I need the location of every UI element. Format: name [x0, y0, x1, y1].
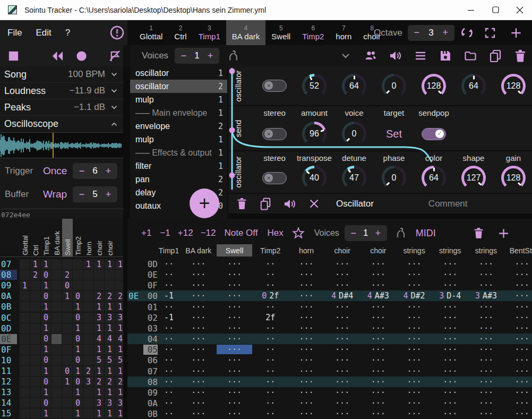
note-cell[interactable]: ··· — [468, 323, 504, 333]
pattern-cell[interactable]: 1 — [62, 377, 72, 387]
pattern-col-header-choir[interactable]: choir — [94, 219, 105, 256]
buffer-stepper-plus[interactable]: + — [105, 189, 112, 200]
toggle-stereo[interactable]: × — [262, 80, 287, 92]
note-cell[interactable]: ··· — [181, 270, 217, 279]
pattern-cell[interactable] — [52, 291, 62, 301]
pattern-cell[interactable]: 0 — [41, 334, 51, 344]
note-cell[interactable]: ··· — [504, 345, 532, 354]
pattern-cell[interactable] — [52, 313, 62, 323]
pattern-cell[interactable]: 1 — [94, 323, 104, 334]
toggle-stereo[interactable]: × — [262, 172, 287, 184]
note-cell[interactable]: ··· — [432, 345, 468, 354]
tab-ba-dark[interactable]: 4BA dark — [226, 20, 266, 45]
unit-comment-field[interactable]: Comment — [428, 199, 468, 209]
note-cell[interactable]: ·· — [157, 398, 181, 408]
note-cell[interactable]: ··· — [468, 377, 504, 387]
pattern-cell[interactable]: 2 — [62, 270, 72, 280]
note-cell[interactable]: ··· — [396, 313, 432, 322]
pattern-cell[interactable] — [30, 377, 40, 387]
unit-list-item-6[interactable]: ––– Effects & output1 — [130, 146, 227, 159]
knob-param6[interactable]: 128 — [501, 74, 526, 98]
note-cell[interactable]: ··· — [432, 323, 468, 333]
note-cell[interactable]: ·· — [157, 302, 181, 312]
note-cell[interactable]: ··· — [181, 334, 217, 344]
note-cell[interactable]: ·· — [252, 377, 288, 387]
note-cell[interactable]: ··· — [361, 388, 397, 397]
note-cell[interactable]: ·· — [252, 409, 288, 418]
pattern-cell[interactable]: 5 — [105, 355, 115, 365]
note-cell[interactable]: ··· — [217, 302, 253, 312]
unit-strip-oscillator-1[interactable]: oscillator×5264012864128 — [228, 66, 532, 105]
chevron-down-icon[interactable] — [109, 86, 119, 96]
pattern-cell[interactable]: 5 — [94, 355, 104, 365]
note-cell[interactable]: ·· — [252, 280, 288, 290]
note-cell[interactable]: ··· — [361, 313, 397, 322]
pattern-col-header-ctrl[interactable]: Ctrl — [30, 219, 41, 256]
pattern-cell[interactable] — [73, 270, 83, 280]
note-cell[interactable]: ··· — [361, 280, 397, 290]
pattern-cell[interactable]: 1 — [115, 259, 123, 269]
pattern-col-header-ba-dark[interactable]: BA dark — [52, 219, 62, 256]
pattern-cell[interactable]: 1 — [41, 408, 51, 418]
note-cell[interactable]: ··· — [468, 259, 504, 269]
chevron-down-icon[interactable] — [109, 102, 119, 112]
pattern-cell[interactable]: 1 — [73, 323, 83, 334]
note-cell[interactable]: ··· — [468, 270, 504, 279]
target-set-button[interactable]: Set — [386, 128, 402, 140]
noteoff-flag-button[interactable] — [109, 50, 121, 62]
pattern-cell[interactable]: 0 — [41, 377, 51, 387]
pattern-row-label[interactable]: 09 — [0, 280, 17, 290]
pattern-cell[interactable] — [52, 280, 62, 290]
note-cell[interactable]: ··· — [324, 323, 361, 333]
note-cell[interactable]: ··· — [217, 398, 253, 408]
unit-list-item-7[interactable]: filter1 — [130, 159, 227, 173]
pattern-cell[interactable]: 1 — [41, 387, 51, 397]
pattern-row-label[interactable]: 11 — [0, 366, 17, 376]
note-cell[interactable]: ·· — [157, 355, 181, 365]
minimize-button[interactable] — [459, 0, 483, 20]
pattern-cell[interactable]: 1 — [94, 366, 104, 376]
pattern-cell[interactable]: 1 — [94, 259, 104, 269]
pattern-row-label[interactable]: 0A — [0, 291, 17, 301]
note-cell[interactable]: ··· — [181, 377, 217, 387]
pattern-cell[interactable]: 1 — [41, 280, 51, 290]
note-track-header-choir[interactable]: choir — [324, 244, 361, 256]
pattern-cell[interactable] — [83, 398, 93, 408]
note-cell[interactable]: 4D#2 — [396, 291, 432, 301]
song-row[interactable]: Song 100 BPM — [0, 66, 123, 83]
pattern-cell[interactable]: 0 — [73, 291, 83, 301]
note-cell[interactable]: ··· — [288, 345, 324, 354]
note-cell[interactable]: ··· — [324, 355, 361, 365]
pattern-cell[interactable]: 2 — [115, 291, 123, 301]
note-cell[interactable]: ··· — [288, 280, 324, 290]
pattern-cell[interactable]: 1 — [73, 408, 83, 418]
pattern-cell[interactable]: 1 — [105, 259, 115, 269]
pattern-cell[interactable] — [20, 270, 30, 280]
pattern-cell[interactable]: 0 — [73, 398, 83, 408]
note-cell[interactable]: ·· — [157, 323, 181, 333]
note-tool-+1[interactable]: +1 — [141, 228, 151, 238]
note-cell[interactable]: ··· — [468, 334, 504, 344]
pattern-cell[interactable] — [20, 302, 30, 312]
pattern-cell[interactable]: 1 — [41, 302, 51, 312]
pattern-cell[interactable]: 1 — [94, 408, 104, 418]
pattern-cell[interactable]: 0 — [41, 291, 51, 301]
note-cell[interactable]: ··· — [361, 409, 397, 418]
note-cell[interactable]: ··· — [504, 302, 532, 312]
note-cell[interactable]: ·· — [252, 398, 288, 408]
pattern-cell[interactable] — [30, 345, 40, 355]
knob-phase[interactable]: 0 — [382, 166, 406, 190]
note-cell[interactable]: ··· — [217, 313, 253, 322]
note-cell[interactable]: ··· — [432, 259, 468, 269]
pattern-cell[interactable]: 1 — [105, 387, 115, 397]
note-cell[interactable]: ··· — [361, 259, 397, 269]
pattern-cell[interactable]: 1 — [30, 259, 40, 269]
pattern-cell[interactable] — [20, 291, 30, 301]
pattern-row-label[interactable]: 15 — [0, 408, 17, 418]
pattern-cell[interactable]: 0 — [73, 377, 83, 387]
note-cell[interactable]: ·· — [157, 366, 181, 376]
pattern-cell[interactable]: 2 — [105, 377, 115, 387]
pattern-cell[interactable] — [62, 355, 72, 365]
note-cell[interactable]: ··· — [217, 270, 253, 279]
pattern-cell[interactable]: 3 — [94, 398, 104, 408]
